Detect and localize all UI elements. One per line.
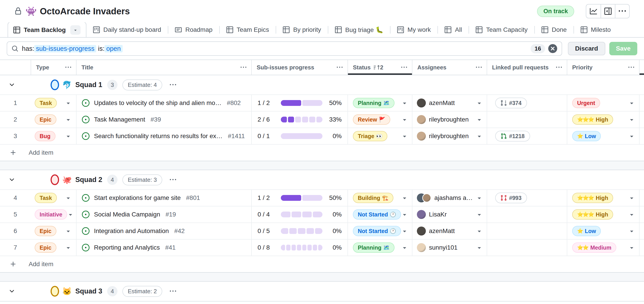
column-header-title[interactable]: Title bbox=[76, 60, 251, 75]
title-cell[interactable]: Start explorations for game site #801 bbox=[76, 190, 251, 206]
avatar-stack[interactable] bbox=[417, 226, 426, 235]
type-cell[interactable]: Bug bbox=[31, 128, 76, 144]
priority-pill[interactable]: ⭐⭐⭐High bbox=[572, 193, 613, 203]
priority-pill[interactable]: ⭐⭐Medium bbox=[572, 242, 616, 253]
triangle-down-icon[interactable] bbox=[476, 211, 483, 218]
discard-button[interactable]: Discard bbox=[568, 42, 605, 55]
tab-done[interactable]: Done bbox=[535, 22, 574, 37]
title-cell[interactable]: Search functionality returns no results … bbox=[76, 128, 251, 144]
tab-team-backlog[interactable]: Team Backlog bbox=[8, 22, 86, 38]
priority-pill[interactable]: Urgent bbox=[572, 98, 600, 108]
triangle-down-icon[interactable] bbox=[67, 211, 74, 218]
add-item-button[interactable]: Add item bbox=[0, 145, 644, 161]
linked-pr-cell[interactable] bbox=[487, 206, 567, 222]
triangle-down-icon[interactable] bbox=[401, 194, 408, 201]
assignees-cell[interactable]: LisaKr bbox=[412, 206, 487, 222]
triangle-down-icon[interactable] bbox=[65, 244, 72, 251]
clear-filter-button[interactable] bbox=[548, 44, 557, 53]
avatar-stack[interactable] bbox=[417, 115, 426, 124]
tab-daily-stand-up-board[interactable]: Daily stand-up board bbox=[86, 22, 168, 37]
column-header-linked-prs[interactable]: Linked pull requests bbox=[487, 60, 567, 75]
issue-title[interactable]: Search functionality returns no results … bbox=[94, 133, 222, 140]
title-cell[interactable]: Task Management #39 bbox=[76, 112, 251, 128]
group-header[interactable]: 🐱 Squad 3 4 Estimate: 2 bbox=[0, 282, 644, 301]
status-cell[interactable]: Building🏗️ bbox=[348, 190, 412, 206]
triangle-down-icon[interactable] bbox=[476, 100, 483, 106]
linked-pr-cell[interactable]: #374 bbox=[487, 95, 567, 111]
group-menu-icon[interactable] bbox=[170, 82, 176, 88]
type-cell[interactable]: Task bbox=[31, 190, 76, 206]
type-cell[interactable]: Epic bbox=[31, 223, 76, 239]
type-cell[interactable]: Epic bbox=[31, 239, 76, 256]
status-cell[interactable]: Not Started🕐 bbox=[348, 206, 412, 222]
title-cell[interactable]: Social Media Campaign #19 bbox=[76, 206, 251, 222]
status-pill[interactable]: Not Started🕐 bbox=[353, 209, 401, 220]
issue-title[interactable]: Integration and Automation bbox=[94, 227, 169, 235]
type-pill[interactable]: Epic bbox=[35, 226, 56, 236]
group-header[interactable]: 🐬 Squad 1 3 Estimate: 4 bbox=[0, 75, 644, 95]
triangle-down-icon[interactable] bbox=[401, 133, 408, 139]
title-cell[interactable]: Updates to velocity of the ship and alie… bbox=[76, 95, 251, 111]
triangle-down-icon[interactable] bbox=[628, 194, 635, 201]
status-cell[interactable]: Triage👀 bbox=[348, 128, 412, 144]
triangle-down-icon[interactable] bbox=[401, 116, 408, 123]
group-header[interactable]: 🐙 Squad 2 4 Estimate: 3 bbox=[0, 170, 644, 190]
linked-pr-cell[interactable] bbox=[487, 223, 567, 239]
priority-pill[interactable]: ⭐⭐⭐High bbox=[572, 209, 613, 220]
status-cell[interactable]: Planning🗺️ bbox=[348, 95, 412, 111]
priority-pill[interactable]: ⭐⭐⭐High bbox=[572, 114, 613, 125]
priority-pill[interactable]: ⭐Low bbox=[572, 131, 601, 141]
tab-all[interactable]: All bbox=[438, 22, 468, 37]
assignees-cell[interactable]: azenMatt bbox=[412, 95, 487, 111]
triangle-down-icon[interactable] bbox=[476, 194, 483, 201]
triangle-down-icon[interactable] bbox=[65, 228, 72, 234]
priority-cell[interactable]: ⭐⭐⭐High bbox=[567, 206, 639, 222]
column-header-subissues[interactable]: Sub-issues progress bbox=[251, 60, 348, 75]
add-item-button[interactable]: Add item bbox=[0, 256, 644, 273]
type-pill[interactable]: Bug bbox=[35, 131, 56, 141]
assignees-cell[interactable]: sunnyi101 bbox=[412, 239, 487, 256]
linked-pr-pill[interactable]: #993 bbox=[495, 192, 527, 203]
triangle-down-icon[interactable] bbox=[65, 194, 72, 201]
tab-my-work[interactable]: My work bbox=[390, 22, 438, 37]
group-menu-icon[interactable] bbox=[170, 288, 176, 294]
priority-cell[interactable]: ⭐Low bbox=[567, 128, 639, 144]
filter-query[interactable]: has:sub-issues-progress is:open bbox=[22, 45, 122, 52]
priority-pill[interactable]: ⭐Low bbox=[572, 226, 601, 236]
triangle-down-icon[interactable] bbox=[476, 244, 483, 251]
tab-by-priority[interactable]: By priority bbox=[276, 22, 328, 37]
triangle-down-icon[interactable] bbox=[476, 228, 483, 234]
tab-milestones[interactable]: Milesto bbox=[574, 22, 618, 37]
avatar-stack[interactable] bbox=[417, 210, 426, 219]
column-header-priority[interactable]: Priority bbox=[567, 60, 639, 75]
avatar-stack[interactable] bbox=[417, 193, 431, 202]
priority-cell[interactable]: ⭐⭐Medium bbox=[567, 239, 639, 256]
linked-pr-pill[interactable]: #1218 bbox=[495, 131, 530, 141]
tab-team-epics[interactable]: Team Epics bbox=[220, 22, 276, 37]
triangle-down-icon[interactable] bbox=[628, 228, 635, 234]
save-button[interactable]: Save bbox=[609, 42, 637, 55]
tab-bug-triage[interactable]: Bug triage 🐛 bbox=[328, 22, 390, 37]
triangle-down-icon[interactable] bbox=[401, 244, 408, 251]
status-cell[interactable]: Review🚩 bbox=[348, 112, 412, 128]
linked-pr-cell[interactable]: #1218 bbox=[487, 128, 567, 144]
group-menu-icon[interactable] bbox=[170, 177, 176, 183]
assignees-cell[interactable]: ajashams and… bbox=[412, 190, 487, 206]
tab-team-capacity[interactable]: Team Capacity bbox=[469, 22, 534, 37]
type-pill[interactable]: Epic bbox=[35, 114, 56, 125]
triangle-down-icon[interactable] bbox=[476, 133, 483, 139]
type-cell[interactable]: Epic bbox=[31, 112, 76, 128]
triangle-down-icon[interactable] bbox=[65, 100, 72, 106]
issue-title[interactable]: Social Media Campaign bbox=[94, 211, 160, 218]
triangle-down-icon[interactable] bbox=[401, 228, 408, 234]
project-menu-button[interactable] bbox=[615, 5, 629, 18]
tab-roadmap[interactable]: Roadmap bbox=[168, 22, 219, 37]
column-header-status[interactable]: Status 2 bbox=[348, 60, 412, 75]
status-pill[interactable]: Building🏗️ bbox=[353, 193, 394, 203]
type-cell[interactable]: Task bbox=[31, 95, 76, 111]
triangle-down-icon[interactable] bbox=[401, 100, 408, 106]
avatar-stack[interactable] bbox=[417, 99, 426, 107]
priority-cell[interactable]: Urgent bbox=[567, 95, 639, 111]
title-cell[interactable]: Integration and Automation #42 bbox=[76, 223, 251, 239]
status-cell[interactable]: Not Started🕐 bbox=[348, 223, 412, 239]
